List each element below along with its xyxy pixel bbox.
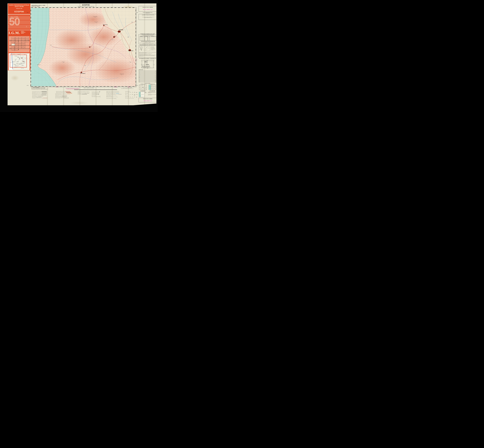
sidebar-coordinates-box: LE COORDINATE GEOGRAFICHE SONO RIFERITE … [139,14,158,20]
map-label: 197 [25,58,25,59]
map-label: Montevecchio [17,57,19,57]
vegetation-caption: Querce, olmi [125,97,127,97]
legend-row: Strade a due o tre corsie (7 m ed oltre)… [56,92,71,93]
legend-label: Teleferica; funivia; seggiovia [32,96,37,96]
legend-symbol-mule-icon [62,95,67,96]
legend-row: Oleodottiinterrato o scoperto · sopraele… [78,91,89,92]
map-label: Villasimius [23,48,24,48]
vegetation-symbol: ♣Frutteto [127,92,129,93]
svg-text:40°: 40° [141,61,142,61]
legend-row: Tranvie o funicolari; filoviain sede str… [32,95,47,96]
quadri-25k-diagram: GÙTTURU 'E FLÙMINI 1989 - Ed. 1 GÙSPINI … [139,84,147,90]
vegetation-symbol: ∴Macchia e cespugli [136,92,137,93]
map-label: PUNTA S'ACCORRADROXIU [17,57,21,58]
serie-number: 50 [9,16,20,27]
sidebar-foglio-top: FOGLIO N° 546 - GÙSPINI [139,7,157,8]
legend-symbol-none-icon [100,92,101,92]
declination-tick-label: 4° [78,7,79,7]
scale-tick-label: 5 [100,89,100,89]
declination-tick-label: 2° [89,7,90,7]
legend-row: Mulattiera; sentieriPasso, valico [56,95,67,96]
map-label: 192 [22,61,23,61]
vegetation-caption: Rimboschimento [136,95,137,95]
declination-tick-label: 1° [88,7,88,7]
orientamento-box: Nq N Nm γ δ γ = -0°19' -5ᶜ,6 -1°10' -1°0… [139,45,157,58]
legend-symbol-none-icon [117,98,117,99]
svg-text:539: 539 [155,86,156,86]
orientamento-legend-item: δ = Declinazione magnetica [151,49,156,49]
fuso-ovest-label: FUSO OVEST [145,42,148,43]
legend-symbol-dots3-icon [113,97,118,97]
map-label: 541 [24,42,25,43]
legend-row: Ferrovie a due o più binariStazioni · Fe… [32,91,47,92]
svg-text:GONNOSFANÀDIGA: GONNOSFANÀDIGA [143,88,146,88]
map-label: Ghilarza [16,40,17,40]
map-label: P.ta Mumullonis [62,62,65,62]
map-label: Ingurtosu [89,46,91,47]
igm-full-name: Istituto Geografico Militare [21,31,25,34]
veg-limiti-title: Limiti di: bosco, coltura; siepe .... [125,91,137,92]
svg-text:1989 - Ed. 1: 1989 - Ed. 1 [140,89,142,89]
map-label: 564 [14,47,15,48]
legend-label: Metanodotti [78,92,80,93]
vertices-table-row: S.O.14425434361274 [140,39,156,40]
map-label: 197 [132,22,133,23]
map-label: Sant'Angelo [15,67,16,68]
svg-text:ALGERIA: ALGERIA [144,67,146,68]
quadri-50k-title: CARTOGRAFIA 1 : 50 000 [148,84,156,84]
cover-divider [8,14,30,15]
legend-symbol-bridge-icon [42,93,47,94]
map-label: Cagliari [20,46,21,47]
vegetation-symbol: △Làrici [132,96,133,98]
legend-sublabel: staz.e [37,96,38,96]
orientamento-legend-item: γ = Convergenza [151,50,154,50]
svg-text:Nq: Nq [141,46,141,46]
map-label: 39° [10,48,11,49]
map-label: Mandas [20,43,21,43]
vegetation-caption: Bosco ceduo [136,97,137,98]
legend-label: Attraversamenti; ponti [32,93,36,94]
scale-tick-label: 1 [83,89,83,89]
legend-row: Fumaioli; torri o guglie e campanili; mo… [92,96,101,97]
map-label: 566 [21,47,22,48]
legend-sublabel: in muratura · in ferro [61,98,63,98]
quadri-title: QUADRI D'UNIONE [139,83,157,84]
svg-text:TERRALBA: TERRALBA [151,85,153,85]
map-label: 40° [29,40,30,41]
map-label: MONTE MARGIANI [23,62,25,62]
vegetation-caption: Pioppi [134,97,135,97]
map-label: 859 [130,62,131,63]
legend-label: Fumaioli; torri o guglie e campanili; mo… [92,96,100,97]
declination-tick-label: 3° [80,7,81,7]
map-label: 692 [15,68,15,68]
legend-label: Abbeveratoio; abb. con fontana; cascata [106,97,113,97]
map-label: Lanusei [23,41,24,42]
vegetation-caption: Faggi [129,97,131,97]
vegetation-caption: Oliveto [132,92,133,93]
legend-symbol-rot-icon [65,94,70,95]
declination-tick [88,6,88,7]
cover-title-line1: CARTA TOPOGRAFICA D'ITALIA [8,4,30,6]
cover-panel: CARTA TOPOGRAFICA D'ITALIA SCALA 1:50 00… [8,4,30,70]
svg-text:-0°19': -0°19' [140,49,141,49]
coord-note-2: INTERNAZIONALE CON ORIENTAMENTO MEDIO EU… [139,15,157,16]
legend-sublabel: a due binari · ad un binario [38,94,41,95]
map-label: 338 [16,56,16,57]
cover-overview-map: Cala CampuMONTE ARCUENTU784PabillonisPUN… [9,53,30,70]
legend-sublabel: con o senza rivestimento [62,94,65,95]
orientamento-var-note: Il valore della declinazione varia annua… [139,54,157,55]
legend-symbol-muro-icon [82,94,87,95]
legend-vegetation-column: Limiti di: bosco, coltura; siepe ....ʋVi… [125,91,137,98]
map-label: 532 [28,40,28,41]
scanned-map-sheet: CARTA TOPOGRAFICA D'ITALIA SCALA 1:50 00… [0,0,158,112]
legend-symbol-oleo-icon [84,91,89,92]
svg-text:II: II [146,89,146,90]
map-label: 556 [18,46,18,46]
svg-text:GÙSPINI: GÙSPINI [144,85,145,86]
map-label: 784 [19,55,19,55]
map-label: Bau [15,60,16,60]
svg-text:556: 556 [155,89,156,90]
map-label: 40° [10,40,11,41]
map-label: 126 [112,40,113,40]
vegetation-caption: Castagni [127,97,129,97]
